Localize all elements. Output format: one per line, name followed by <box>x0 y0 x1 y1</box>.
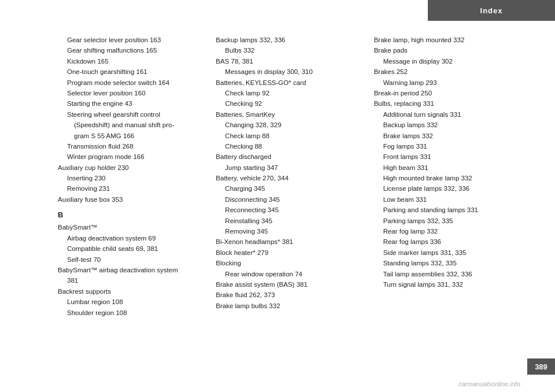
index-entry: Turn signal lamps 331, 332 <box>374 279 520 290</box>
index-entry: Reinstalling 345 <box>216 216 362 226</box>
index-entry: Starting the engine 43 <box>58 98 204 109</box>
index-entry: Backup lamps 332 <box>374 120 520 130</box>
index-entry: Bulbs, replacing 331 <box>374 98 520 109</box>
watermark: carmanualsonline.info <box>458 380 520 387</box>
index-entry: Check lamp 88 <box>216 131 362 141</box>
index-entry: Lumbar region 108 <box>58 297 204 307</box>
index-entry: Brake assist system (BAS) 381 <box>216 279 362 290</box>
index-entry: Tail lamp assemblies 332, 336 <box>374 269 520 279</box>
index-entry: Winter program mode 166 <box>58 151 204 162</box>
index-entry: Brake pads <box>374 45 520 56</box>
index-entry: Batteries, SmartKey <box>216 109 362 120</box>
index-entry: Check lamp 92 <box>216 88 362 98</box>
index-entry: BAS 78, 381 <box>216 56 362 66</box>
index-entry: Backrest supports <box>58 286 204 297</box>
index-entry: 381 <box>58 275 204 286</box>
index-entry: Selector lever position 160 <box>58 88 204 98</box>
index-entry: BabySmart™ <box>58 222 204 232</box>
index-entry: Charging 345 <box>216 183 362 194</box>
index-entry: Gear selector lever position 163 <box>58 35 204 45</box>
index-entry: Rear fog lamp 332 <box>374 226 520 236</box>
index-entry: Checking 88 <box>216 141 362 151</box>
index-entry: Fog lamps 331 <box>374 141 520 151</box>
index-entry: Shoulder region 108 <box>58 308 204 318</box>
index-entry: Front lamps 331 <box>374 151 520 162</box>
index-entry: Rear fog lamps 336 <box>374 236 520 247</box>
index-entry: Brake lamp, high mounted 332 <box>374 35 520 45</box>
page-number: 389 <box>527 358 555 375</box>
index-entry: Compatible child seats 69, 381 <box>58 243 204 254</box>
index-entry: Airbag deactivation system 69 <box>58 233 204 243</box>
index-entry: Disconnecting 345 <box>216 194 362 205</box>
index-entry: Kickdown 165 <box>58 56 204 66</box>
index-entry: Changing 328, 329 <box>216 120 362 130</box>
index-entry: License plate lamps 332, 336 <box>374 183 520 194</box>
index-entry: Auxiliary cup holder 230 <box>58 162 204 173</box>
index-entry: Warning lamp 293 <box>374 77 520 88</box>
index-entry: Reconnecting 345 <box>216 205 362 215</box>
index-entry: Transmission fluid 268 <box>58 141 204 151</box>
index-entry: gram S 55 AMG 166 <box>58 131 204 141</box>
index-entry: Backup lamps 332, 336 <box>216 35 362 45</box>
header-title: Index <box>480 6 503 15</box>
index-entry: Rear window operation 74 <box>216 269 362 279</box>
index-entry: Brake lamp bulbs 332 <box>216 301 362 311</box>
index-entry: Bi-Xenon headlamps* 381 <box>216 236 362 247</box>
index-column-1: Gear selector lever position 163Gear shi… <box>58 35 216 352</box>
index-entry: BabySmart™ airbag deactivation system <box>58 265 204 275</box>
index-entry: Parking and standing lamps 331 <box>374 205 520 215</box>
index-entry: Messages in display 300, 310 <box>216 66 362 77</box>
index-column-3: Brake lamp, high mounted 332Brake padsMe… <box>374 35 520 352</box>
index-entry: Side marker lamps 331, 335 <box>374 247 520 258</box>
index-entry: Program mode selector switch 164 <box>58 77 204 88</box>
index-entry: Block heater* 279 <box>216 247 362 258</box>
index-entry: High beam 331 <box>374 162 520 173</box>
index-entry: Standing lamps 332, 335 <box>374 258 520 268</box>
index-entry: Low beam 331 <box>374 194 520 205</box>
index-entry: Self-test 70 <box>58 254 204 265</box>
index-entry: (Speedshift) and manual shift pro- <box>58 120 204 130</box>
index-entry: Brake lamps 332 <box>374 131 520 141</box>
index-entry: Battery, vehicle 270, 344 <box>216 173 362 183</box>
index-entry: Blocking <box>216 258 362 268</box>
index-entry: Additional turn signals 331 <box>374 109 520 120</box>
index-entry: Bulbs 332 <box>216 45 362 56</box>
index-entry: Batteries, KEYLESS-GO* card <box>216 77 362 88</box>
index-entry: Battery discharged <box>216 151 362 162</box>
index-entry: One-touch gearshifting 161 <box>58 66 204 77</box>
index-column-2: Backup lamps 332, 336Bulbs 332BAS 78, 38… <box>216 35 373 352</box>
index-entry: Removing 345 <box>216 226 362 236</box>
index-entry: Steering wheel gearshift control <box>58 109 204 120</box>
index-entry: Jump starting 347 <box>216 162 362 173</box>
index-entry: Brakes 252 <box>374 66 520 77</box>
index-entry: Parking lamps 332, 335 <box>374 216 520 226</box>
index-entry: Auxiliary fuse box 353 <box>58 194 204 205</box>
index-entry: Brake fluid 262, 373 <box>216 290 362 300</box>
index-entry: B <box>58 209 204 221</box>
header-bar: Index <box>428 0 555 21</box>
index-entry: Inserting 230 <box>58 173 204 183</box>
index-entry: Message in display 302 <box>374 56 520 66</box>
index-entry: Checking 92 <box>216 98 362 109</box>
main-content: Gear selector lever position 163Gear shi… <box>58 35 520 352</box>
index-entry: Break-in period 250 <box>374 88 520 98</box>
index-entry: Gear shifting malfunctions 165 <box>58 45 204 56</box>
index-entry: High mounted brake lamp 332 <box>374 173 520 183</box>
index-entry: Removing 231 <box>58 183 204 194</box>
